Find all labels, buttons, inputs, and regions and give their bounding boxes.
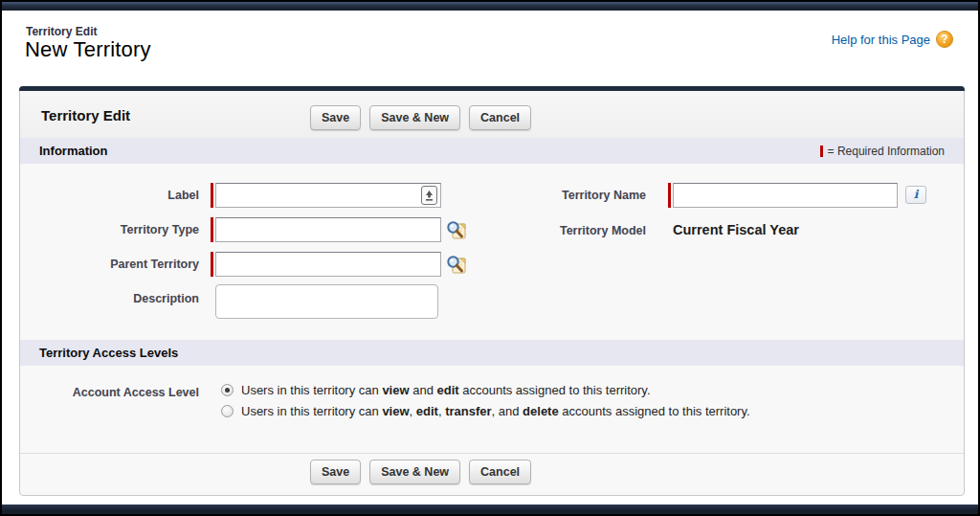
label-input[interactable] — [215, 183, 441, 208]
toolbar-top: Save Save & New Cancel — [310, 105, 531, 130]
territory-edit-panel: Territory Edit Save Save & New Cancel In… — [19, 86, 965, 496]
territory-type-field-label: Territory Type — [30, 223, 199, 236]
information-section-title: Information — [39, 144, 108, 158]
required-information-legend: = Required Information — [820, 145, 945, 158]
autofill-extension-icon[interactable] — [421, 186, 437, 205]
magnifier-lookup-icon — [445, 253, 468, 276]
territory-type-required-marker — [211, 217, 213, 242]
required-marker-icon — [820, 146, 823, 157]
label-required-marker — [211, 183, 213, 208]
parent-territory-input[interactable] — [215, 252, 441, 277]
parent-territory-field-label: Parent Territory — [30, 258, 199, 271]
description-textarea[interactable] — [215, 284, 438, 319]
save-button[interactable]: Save — [310, 460, 361, 484]
toolbar-bottom: Save Save & New Cancel — [310, 460, 531, 484]
bottom-divider — [20, 453, 964, 454]
access-option-view-edit-transfer-delete-radio[interactable] — [221, 405, 234, 417]
save-and-new-button[interactable]: Save & New — [369, 105, 460, 130]
browser-chrome-top-bar — [2, 2, 978, 11]
required-legend-text: = Required Information — [828, 145, 945, 158]
save-and-new-button[interactable]: Save & New — [369, 460, 460, 484]
parent-territory-required-marker — [211, 252, 213, 277]
description-field-label: Description — [30, 292, 199, 305]
account-access-level-label: Account Access Level — [30, 386, 199, 399]
cancel-button[interactable]: Cancel — [469, 105, 531, 130]
label-field-label: Label — [30, 189, 199, 202]
access-option-view-edit-text: Users in this territory can view and edi… — [241, 383, 651, 397]
help-question-icon[interactable]: ? — [936, 31, 953, 48]
access-option-view-edit-radio[interactable] — [221, 384, 234, 396]
panel-title: Territory Edit — [41, 107, 130, 123]
territory-name-input[interactable] — [673, 183, 898, 208]
territory-edit-page: Territory Edit New Territory Help for th… — [0, 0, 980, 516]
information-section-header: Information = Required Information — [20, 138, 964, 164]
parent-territory-lookup-button[interactable] — [445, 253, 468, 276]
territory-name-required-marker — [668, 183, 671, 208]
access-levels-section-header: Territory Access Levels — [20, 340, 964, 366]
page-subtitle: Territory Edit — [26, 25, 97, 38]
autofill-glyph — [425, 190, 434, 201]
magnifier-lookup-icon — [445, 218, 468, 241]
access-option-view-edit-transfer-delete-text: Users in this territory can view, edit, … — [241, 404, 750, 418]
help-for-this-page-link[interactable]: Help for this Page — [832, 33, 930, 47]
territory-type-lookup-button[interactable] — [445, 218, 468, 241]
territory-name-info-icon[interactable]: i — [905, 186, 926, 204]
access-levels-section-title: Territory Access Levels — [39, 346, 178, 360]
panel-header: Territory Edit Save Save & New Cancel — [20, 91, 964, 139]
territory-model-field-label: Territory Model — [479, 224, 646, 237]
browser-chrome-bottom-bar — [2, 505, 978, 514]
save-button[interactable]: Save — [310, 105, 361, 130]
territory-name-field-label: Territory Name — [479, 189, 646, 202]
page-title: New Territory — [25, 37, 151, 62]
help-area: Help for this Page ? — [832, 31, 953, 48]
territory-type-input[interactable] — [215, 217, 441, 242]
territory-model-value: Current Fiscal Year — [673, 222, 799, 237]
cancel-button[interactable]: Cancel — [469, 460, 531, 484]
